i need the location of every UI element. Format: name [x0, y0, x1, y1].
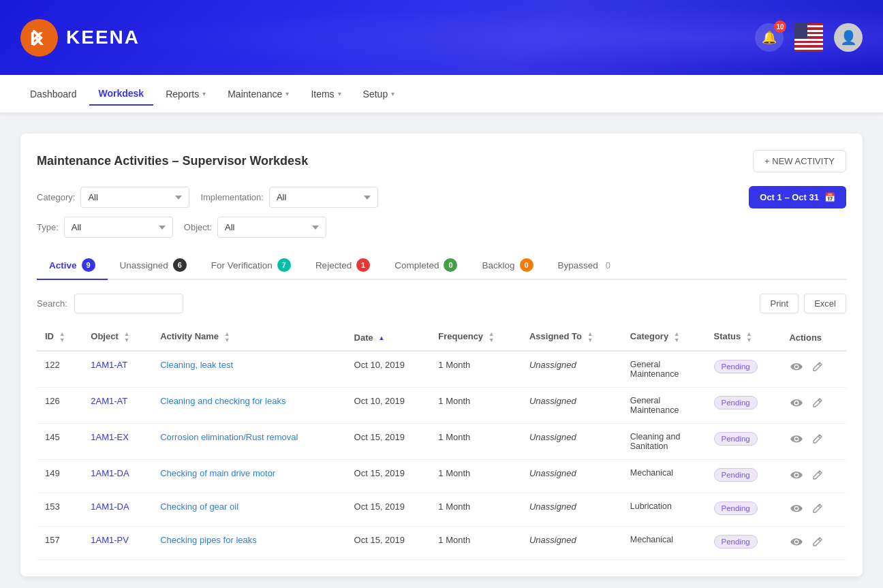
cell-object[interactable]: 1AM1-DA — [82, 460, 152, 493]
cell-object[interactable]: 1AM1-PV — [82, 527, 152, 560]
avatar[interactable]: 👤 — [834, 23, 863, 52]
print-button[interactable]: Print — [760, 294, 799, 313]
col-object[interactable]: Object ▲▼ — [82, 324, 152, 351]
date-range-button[interactable]: Oct 1 – Oct 31 📅 — [749, 186, 846, 208]
col-activity-name[interactable]: Activity Name ▲▼ — [152, 324, 345, 351]
cell-activity-name[interactable]: Cleaning, leak test — [152, 351, 345, 388]
edit-button[interactable] — [811, 468, 824, 484]
cell-object[interactable]: 1AM1-AT — [82, 351, 152, 388]
edit-button[interactable] — [811, 535, 824, 551]
notification-badge: 10 — [774, 20, 786, 33]
col-status[interactable]: Status ▲▼ — [706, 324, 781, 351]
filters-row-2: Type: All Object: All — [37, 217, 846, 238]
col-frequency[interactable]: Frequency ▲▼ — [430, 324, 521, 351]
col-assigned-to[interactable]: Assigned To ▲▼ — [521, 324, 622, 351]
tab-backlog[interactable]: Backlog 0 — [469, 251, 545, 280]
logo-area: K KEENA — [20, 19, 140, 57]
cell-frequency: 1 Month — [430, 527, 521, 560]
edit-button[interactable] — [811, 360, 824, 376]
sort-icon: ▲▼ — [123, 331, 129, 343]
view-button[interactable] — [789, 469, 804, 484]
type-select[interactable]: All — [64, 217, 173, 238]
implementation-select[interactable]: All — [269, 187, 378, 208]
view-button[interactable] — [789, 360, 804, 375]
tab-verification-label: For Verification — [211, 260, 273, 270]
header: K KEENA 🔔 10 👤 — [0, 0, 883, 75]
tab-completed[interactable]: Completed 0 — [382, 251, 469, 280]
tab-unassigned[interactable]: Unassigned 6 — [108, 251, 199, 280]
table-row: 153 1AM1-DA Checking of gear oil Oct 15,… — [37, 493, 846, 527]
nav-bar: Dashboard Workdesk Reports ▾ Maintenance… — [0, 75, 883, 113]
new-activity-button[interactable]: + NEW ACTIVITY — [753, 150, 846, 172]
cell-assigned-to: Unassigned — [521, 527, 622, 560]
cell-id: 153 — [37, 493, 82, 527]
cell-object[interactable]: 2AM1-AT — [82, 388, 152, 424]
table-body: 122 1AM1-AT Cleaning, leak test Oct 10, … — [37, 351, 846, 560]
sort-icon: ▲▼ — [674, 331, 680, 343]
excel-button[interactable]: Excel — [804, 294, 846, 313]
date-range-text: Oct 1 – Oct 31 — [760, 192, 819, 202]
search-input[interactable] — [74, 294, 183, 313]
tab-for-verification[interactable]: For Verification 7 — [199, 251, 303, 280]
cell-category: GeneralMaintenance — [622, 351, 706, 388]
cell-category: GeneralMaintenance — [622, 388, 706, 424]
chevron-down-icon: ▾ — [391, 90, 394, 97]
cell-activity-name[interactable]: Checking of gear oil — [152, 493, 345, 527]
category-label: Category: — [37, 192, 75, 202]
cell-activity-name[interactable]: Cleaning and checking for leaks — [152, 388, 345, 424]
tab-bypassed[interactable]: Bypassed 0 — [546, 251, 623, 280]
cell-activity-name[interactable]: Corrosion elimination/Rust removal — [152, 424, 345, 460]
cell-id: 126 — [37, 388, 82, 424]
filters-row-1: Category: All Implementation: All Oct 1 … — [37, 186, 846, 208]
notification-button[interactable]: 🔔 10 — [755, 23, 784, 52]
edit-button[interactable] — [811, 432, 824, 448]
logo-icon: K — [20, 19, 58, 57]
tab-rejected-label: Rejected — [315, 260, 352, 270]
col-date[interactable]: Date ▲ — [346, 324, 431, 351]
tab-bypassed-label: Bypassed — [558, 260, 598, 270]
cell-object[interactable]: 1AM1-EX — [82, 424, 152, 460]
view-button[interactable] — [789, 397, 804, 412]
nav-item-items[interactable]: Items ▾ — [301, 83, 350, 105]
edit-button[interactable] — [811, 501, 824, 518]
cell-date: Oct 15, 2019 — [346, 424, 431, 460]
cell-actions — [781, 460, 846, 493]
sort-icon: ▲▼ — [489, 331, 495, 343]
cell-status: Pending — [706, 493, 781, 527]
tab-backlog-badge: 0 — [520, 258, 533, 272]
cell-activity-name[interactable]: Checking pipes for leaks — [152, 527, 345, 560]
category-select[interactable]: All — [80, 187, 189, 208]
tab-active[interactable]: Active 9 — [37, 251, 108, 280]
cell-activity-name[interactable]: Checking of main drive motor — [152, 460, 345, 493]
nav-item-maintenance[interactable]: Maintenance ▾ — [218, 83, 298, 105]
col-category[interactable]: Category ▲▼ — [622, 324, 706, 351]
view-button[interactable] — [789, 502, 804, 517]
nav-item-setup[interactable]: Setup ▾ — [354, 83, 405, 105]
nav-item-workdesk[interactable]: Workdesk — [89, 82, 154, 106]
view-button[interactable] — [789, 433, 804, 448]
search-label: Search: — [37, 298, 67, 309]
edit-button[interactable] — [811, 396, 824, 412]
tab-unassigned-label: Unassigned — [120, 260, 168, 270]
cell-object[interactable]: 1AM1-DA — [82, 493, 152, 527]
flag-us-icon — [794, 23, 823, 52]
cell-date: Oct 15, 2019 — [346, 460, 431, 493]
col-id[interactable]: ID ▲▼ — [37, 324, 82, 351]
nav-item-reports[interactable]: Reports ▾ — [156, 83, 215, 105]
logo-text: KEENA — [66, 27, 140, 48]
view-button[interactable] — [789, 536, 804, 551]
cell-actions — [781, 424, 846, 460]
sort-icon: ▲▼ — [746, 331, 752, 343]
cell-assigned-to: Unassigned — [521, 493, 622, 527]
tab-bypassed-count: 0 — [606, 260, 610, 270]
cell-assigned-to: Unassigned — [521, 460, 622, 493]
tab-verification-badge: 7 — [277, 258, 291, 272]
tab-backlog-label: Backlog — [482, 260, 514, 270]
nav-item-dashboard[interactable]: Dashboard — [20, 83, 87, 105]
chevron-down-icon: ▾ — [338, 90, 341, 97]
cell-actions — [781, 527, 846, 560]
flag-button[interactable] — [794, 23, 823, 52]
object-select[interactable]: All — [217, 217, 326, 238]
tab-rejected[interactable]: Rejected 1 — [303, 251, 382, 280]
cell-assigned-to: Unassigned — [521, 351, 622, 388]
